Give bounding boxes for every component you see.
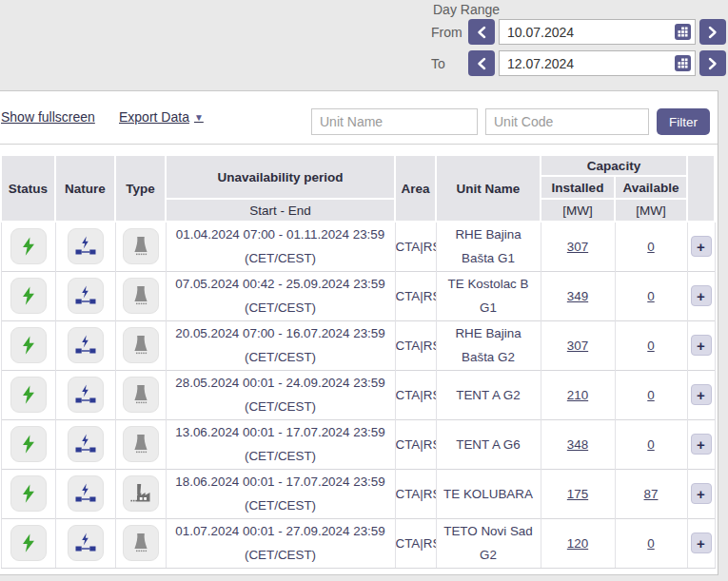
expand-row-button[interactable]: +: [691, 483, 712, 504]
cooling-tower-icon: [129, 334, 152, 357]
status-active-button[interactable]: [10, 426, 47, 462]
lightning-icon: [18, 236, 39, 257]
export-data-link[interactable]: Export Data▼: [119, 109, 204, 125]
planned-outage-icon: [74, 383, 97, 406]
installed-capacity-link[interactable]: 349: [567, 289, 588, 303]
installed-capacity-link[interactable]: 175: [567, 487, 588, 501]
from-prev-day-button[interactable]: [468, 19, 495, 45]
lightning-icon: [18, 335, 39, 356]
to-date-row: To: [431, 50, 726, 76]
nature-planned-button[interactable]: [68, 475, 104, 512]
status-active-button[interactable]: [10, 525, 47, 561]
calendar-icon[interactable]: [675, 24, 691, 40]
nature-planned-button[interactable]: [68, 377, 104, 413]
available-capacity-link[interactable]: 0: [647, 437, 654, 452]
status-active-button[interactable]: [10, 475, 47, 512]
status-active-button[interactable]: [10, 377, 47, 413]
expand-row-button[interactable]: +: [691, 236, 712, 257]
expand-row-button[interactable]: +: [691, 384, 712, 405]
chevron-right-icon: [708, 26, 718, 39]
header-available: Available: [615, 176, 687, 199]
type-icon-button[interactable]: [123, 228, 159, 264]
lightning-icon: [18, 384, 39, 405]
nature-planned-button[interactable]: [68, 525, 104, 561]
show-fullscreen-link[interactable]: Show fullscreen: [1, 109, 95, 125]
area-cell: CTA|RS: [395, 271, 436, 320]
available-capacity-link[interactable]: 0: [647, 240, 654, 254]
planned-outage-icon: [74, 334, 97, 357]
header-installed-mw: [MW]: [541, 199, 615, 222]
from-next-day-button[interactable]: [699, 19, 726, 45]
unavailability-period: 13.06.2024 00:01 - 17.07.2024 23:59(CET/…: [166, 419, 395, 469]
type-icon-button[interactable]: [123, 475, 159, 512]
to-date-input[interactable]: [499, 50, 696, 76]
from-date-row: From: [431, 19, 726, 45]
header-capacity: Capacity: [541, 155, 687, 176]
date-range-panel: Day Range From To: [0, 0, 728, 90]
unavailability-period: 20.05.2024 07:00 - 16.07.2024 23:59(CET/…: [166, 320, 395, 370]
from-label: From: [431, 25, 468, 40]
available-capacity-link[interactable]: 87: [644, 487, 659, 501]
installed-capacity-link[interactable]: 307: [567, 240, 588, 254]
area-cell: CTA|RS: [395, 370, 436, 419]
nature-planned-button[interactable]: [68, 426, 104, 462]
table-row: 01.04.2024 07:00 - 01.11.2024 23:59(CET/…: [1, 222, 715, 271]
installed-capacity-link[interactable]: 120: [567, 536, 588, 551]
header-available-mw: [MW]: [615, 199, 687, 222]
cooling-tower-icon: [129, 383, 152, 406]
to-next-day-button[interactable]: [699, 50, 726, 76]
header-nature: Nature: [55, 155, 115, 222]
lightning-icon: [18, 483, 39, 504]
installed-capacity-link[interactable]: 307: [567, 339, 588, 353]
available-capacity-link[interactable]: 0: [647, 339, 654, 353]
available-capacity-link[interactable]: 0: [647, 536, 654, 551]
to-prev-day-button[interactable]: [468, 50, 495, 76]
available-capacity-link[interactable]: 0: [647, 289, 654, 303]
unit-name-cell: TETO Novi Sad G2: [436, 518, 541, 568]
status-active-button[interactable]: [10, 327, 47, 363]
expand-row-button[interactable]: +: [691, 335, 712, 356]
cooling-tower-icon: [129, 433, 152, 455]
chevron-right-icon: [708, 57, 718, 70]
installed-capacity-link[interactable]: 348: [567, 437, 588, 452]
type-icon-button[interactable]: [123, 327, 159, 363]
expand-row-button[interactable]: +: [691, 285, 712, 306]
area-cell: CTA|RS: [395, 469, 436, 518]
header-installed: Installed: [541, 176, 615, 199]
expand-row-button[interactable]: +: [691, 434, 712, 455]
from-date-input[interactable]: [499, 19, 696, 45]
unit-name-cell: TE KOLUBARA: [436, 469, 541, 518]
status-active-button[interactable]: [10, 228, 47, 264]
lightning-icon: [18, 434, 39, 455]
unit-name-cell: TENT A G6: [436, 419, 541, 469]
filter-button[interactable]: Filter: [657, 108, 710, 135]
planned-outage-icon: [74, 235, 97, 258]
type-icon-button[interactable]: [123, 278, 159, 314]
table-row: 13.06.2024 00:01 - 17.07.2024 23:59(CET/…: [1, 419, 715, 469]
unit-name-input[interactable]: [311, 108, 478, 135]
unavailability-table: Status Nature Type Unavailability period…: [0, 154, 716, 569]
nature-planned-button[interactable]: [68, 228, 104, 264]
area-cell: CTA|RS: [395, 222, 436, 271]
chevron-left-icon: [477, 57, 486, 70]
type-icon-button[interactable]: [123, 426, 159, 462]
unavailability-period: 01.07.2024 00:01 - 27.09.2024 23:59(CET/…: [166, 518, 395, 568]
planned-outage-icon: [74, 532, 97, 554]
table-row: 28.05.2024 00:01 - 24.09.2024 23:59(CET/…: [1, 370, 715, 419]
unit-code-input[interactable]: [485, 108, 649, 135]
available-capacity-link[interactable]: 0: [647, 388, 654, 402]
header-type: Type: [115, 155, 166, 222]
status-active-button[interactable]: [10, 278, 47, 314]
area-cell: CTA|RS: [395, 419, 436, 469]
cooling-tower-icon: [129, 235, 152, 258]
calendar-icon[interactable]: [675, 55, 691, 71]
content-panel: Show fullscreen Export Data▼ Filter Stat…: [0, 90, 718, 575]
nature-planned-button[interactable]: [68, 278, 104, 314]
installed-capacity-link[interactable]: 210: [567, 388, 588, 402]
nature-planned-button[interactable]: [68, 327, 104, 363]
planned-outage-icon: [74, 284, 97, 307]
area-cell: CTA|RS: [395, 320, 436, 370]
type-icon-button[interactable]: [123, 525, 159, 561]
type-icon-button[interactable]: [123, 377, 159, 413]
expand-row-button[interactable]: +: [691, 533, 712, 553]
